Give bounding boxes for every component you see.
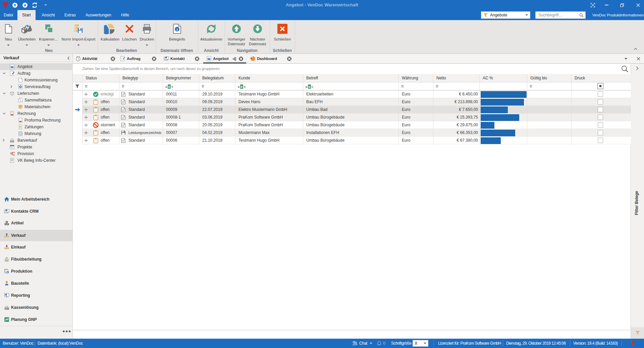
svg-text:€: € [19,125,21,129]
svg-text:A: A [238,86,239,88]
svg-text:B: B [168,85,170,88]
svg-text:A: A [165,86,167,88]
svg-text:C: C [171,86,173,88]
svg-text:C: C [244,86,246,88]
svg-text:A: A [306,86,307,88]
svg-text:B: B [309,85,311,88]
svg-text:?: ? [20,132,21,135]
svg-text:C: C [312,86,313,88]
svg-text:B: B [241,85,243,88]
